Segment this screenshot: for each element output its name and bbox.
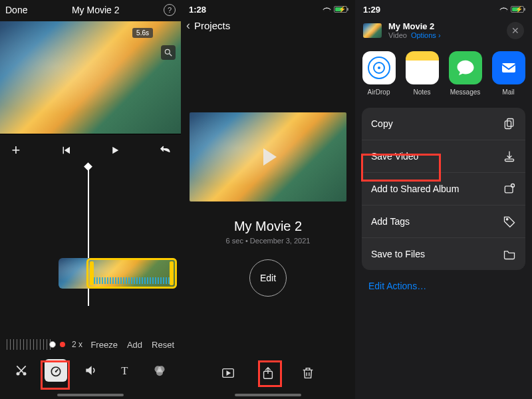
- svg-rect-15: [505, 159, 513, 161]
- svg-line-1: [170, 54, 172, 57]
- add-speed-button[interactable]: Add: [127, 340, 142, 350]
- status-bar: 1:29 ⚡: [355, 0, 532, 16]
- edit-button[interactable]: Edit: [249, 259, 287, 297]
- project-screen: 1:28 ⚡ ‹ Projects My Movie 2 6 sec • Dec…: [181, 0, 355, 399]
- share-options-button[interactable]: Options ›: [411, 31, 441, 39]
- speed-controls: 2 x Freeze Add Reset: [0, 339, 181, 350]
- transport-bar: +: [0, 134, 181, 166]
- nav-bar: ‹ Projects: [181, 16, 355, 39]
- cut-tool[interactable]: [10, 359, 33, 382]
- svg-text:T: T: [121, 364, 128, 377]
- play-button[interactable]: [106, 141, 124, 160]
- share-apps: AirDrop Notes Messages Mail: [355, 49, 532, 108]
- play-fullscreen-button[interactable]: [219, 364, 237, 382]
- magnifier-icon[interactable]: [161, 45, 176, 60]
- close-icon[interactable]: ✕: [507, 22, 524, 39]
- back-chevron-icon[interactable]: ‹: [186, 19, 190, 33]
- wifi-icon: [499, 6, 508, 13]
- messages-icon: [449, 51, 482, 84]
- project-title: My Movie 2: [181, 219, 355, 234]
- add-media-button[interactable]: +: [7, 141, 25, 160]
- speed-tool[interactable]: [45, 359, 67, 382]
- add-tags-action[interactable]: Add Tags: [362, 205, 525, 238]
- svg-rect-13: [507, 119, 513, 127]
- shared-album-icon: [503, 182, 516, 196]
- add-tags-label: Add Tags: [371, 216, 410, 227]
- done-button[interactable]: Done: [5, 5, 27, 15]
- battery-icon: ⚡: [511, 6, 524, 13]
- share-header: My Movie 2 Video Options › ✕: [355, 16, 532, 49]
- folder-icon: [503, 247, 516, 261]
- save-files-label: Save to Files: [371, 249, 425, 259]
- mail-app[interactable]: Mail: [491, 51, 525, 96]
- share-title: My Movie 2: [388, 21, 441, 31]
- messages-label: Messages: [450, 88, 481, 96]
- edit-actions-button[interactable]: Edit Actions…: [355, 270, 532, 302]
- speed-indicator-icon: [60, 342, 65, 347]
- svg-point-9: [156, 369, 163, 376]
- copy-label: Copy: [371, 118, 393, 129]
- clock: 1:29: [363, 5, 380, 15]
- speed-slider[interactable]: [7, 339, 53, 350]
- speed-multiplier: 2 x: [72, 340, 82, 349]
- clip-selection[interactable]: [86, 258, 177, 289]
- share-actions-list: Copy Save Video Add to Shared Album Add …: [362, 108, 525, 270]
- share-sheet: 1:29 ⚡ My Movie 2 Video Options › ✕ AirD…: [355, 0, 532, 399]
- clock: 1:28: [189, 5, 206, 15]
- notes-icon: [406, 51, 439, 84]
- add-shared-album-action[interactable]: Add to Shared Album: [362, 173, 525, 205]
- filters-tool[interactable]: [148, 359, 171, 382]
- project-title: My Movie 2: [72, 5, 120, 15]
- project-meta: 6 sec • December 3, 2021: [181, 237, 355, 245]
- editor-topbar: Done My Movie 2 ?: [0, 0, 181, 21]
- airdrop-icon: [362, 51, 396, 84]
- duration-badge: 5.6s: [132, 28, 153, 38]
- save-to-files-action[interactable]: Save to Files: [362, 238, 525, 270]
- svg-point-3: [23, 372, 27, 376]
- airdrop-app[interactable]: AirDrop: [362, 51, 396, 96]
- save-video-label: Save Video: [371, 151, 418, 162]
- skip-back-button[interactable]: [57, 141, 75, 160]
- play-overlay-icon[interactable]: [190, 112, 346, 201]
- save-video-action[interactable]: Save Video: [362, 140, 525, 173]
- battery-icon: ⚡: [334, 6, 347, 13]
- volume-tool[interactable]: [79, 359, 102, 382]
- home-indicator: [235, 394, 301, 396]
- share-subtitle: Video: [388, 31, 407, 39]
- status-bar: 1:28 ⚡: [181, 0, 355, 16]
- share-thumbnail: [363, 23, 382, 38]
- share-button[interactable]: [259, 364, 277, 382]
- messages-app[interactable]: Messages: [448, 51, 482, 96]
- delete-button[interactable]: [299, 364, 317, 382]
- svg-point-5: [55, 370, 57, 372]
- edit-toolbar: T: [0, 354, 181, 387]
- titles-tool[interactable]: T: [114, 359, 136, 382]
- reset-speed-button[interactable]: Reset: [152, 340, 174, 350]
- project-thumbnail[interactable]: [190, 112, 346, 201]
- copy-icon: [503, 117, 516, 130]
- video-preview[interactable]: [0, 21, 181, 134]
- mail-label: Mail: [502, 88, 514, 96]
- add-shared-label: Add to Shared Album: [371, 184, 459, 194]
- home-indicator: [57, 394, 124, 396]
- back-button[interactable]: Projects: [194, 20, 230, 31]
- notes-label: Notes: [413, 88, 430, 96]
- airdrop-label: AirDrop: [368, 88, 390, 96]
- svg-point-0: [165, 49, 170, 54]
- project-actions: [181, 364, 355, 382]
- freeze-button[interactable]: Freeze: [90, 340, 117, 350]
- copy-action[interactable]: Copy: [362, 108, 525, 140]
- wifi-icon: [322, 6, 331, 13]
- help-icon[interactable]: ?: [164, 4, 176, 16]
- download-icon: [503, 150, 516, 163]
- editor-screen: Done My Movie 2 ? 5.6s + 2 x Freeze Add …: [0, 0, 181, 399]
- svg-point-18: [506, 218, 508, 220]
- speed-ramp-indicator: [94, 277, 170, 284]
- notes-app[interactable]: Notes: [405, 51, 439, 96]
- timeline[interactable]: [0, 166, 181, 306]
- tag-icon: [503, 215, 516, 228]
- mail-icon: [492, 51, 525, 84]
- undo-button[interactable]: [156, 141, 174, 160]
- svg-rect-14: [505, 121, 511, 129]
- svg-point-2: [17, 372, 20, 376]
